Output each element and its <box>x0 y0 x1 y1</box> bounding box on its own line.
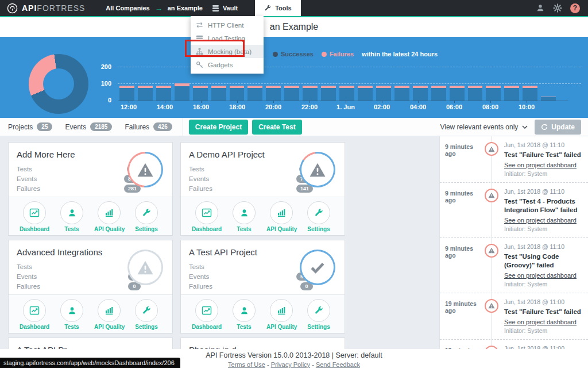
tests-icon <box>60 299 83 322</box>
privacy-policy-link[interactable]: Privacy Policy <box>271 361 310 368</box>
settings-button[interactable]: Settings <box>304 299 334 333</box>
bar <box>321 86 336 101</box>
menu-item-mocking-beta[interactable]: Mocking (beta) <box>191 45 264 58</box>
settings-icon <box>307 299 330 322</box>
api-quality-button[interactable]: API Quality <box>266 299 296 333</box>
see-on-dashboard-link[interactable]: See on project dashboard <box>504 162 577 168</box>
menu-item-load-testing[interactable]: Load Testing <box>191 32 264 45</box>
bar <box>284 86 299 101</box>
subheader: an Example <box>0 17 588 37</box>
dashboard-button[interactable]: Dashboard <box>192 299 222 333</box>
brand-logo[interactable]: APIFORTRESS <box>0 0 92 16</box>
breadcrumb-arrow-icon: → <box>155 5 163 12</box>
bar <box>413 86 428 101</box>
events-filter-dropdown[interactable]: View relevant events only <box>440 123 528 131</box>
project-card: A Demo API Project Tests12 Events745 Fai… <box>180 142 345 236</box>
update-button[interactable]: Update <box>535 120 581 135</box>
tests-button[interactable]: Tests <box>57 201 87 235</box>
dashboard-button[interactable]: Dashboard <box>20 299 49 333</box>
bar <box>138 86 153 101</box>
tests-button[interactable]: Tests <box>57 299 87 333</box>
api-quality-icon <box>270 299 293 322</box>
bar <box>523 86 537 101</box>
bar <box>358 86 373 101</box>
bar <box>431 86 446 101</box>
menu-item-gadgets[interactable]: Gadgets <box>191 58 264 71</box>
breadcrumb: All Companies → an Example <box>106 0 203 16</box>
settings-button[interactable]: Settings <box>131 299 161 333</box>
gridline-200 <box>118 67 581 67</box>
refresh-icon <box>541 124 548 131</box>
bar <box>339 86 354 101</box>
settings-icon <box>135 201 158 224</box>
api-quality-button[interactable]: API Quality <box>266 201 296 235</box>
bar <box>303 86 318 101</box>
see-on-dashboard-link[interactable]: See on project dashboard <box>504 272 577 279</box>
breadcrumb-project[interactable]: an Example <box>168 5 203 12</box>
api-quality-button[interactable]: API Quality <box>94 201 124 235</box>
bar <box>247 86 262 101</box>
y-axis-tick: 0 <box>91 97 111 103</box>
bar <box>211 86 226 101</box>
event-warning-icon <box>485 299 498 313</box>
apifortress-logo-icon <box>7 3 18 14</box>
dashboard-icon <box>23 201 46 224</box>
project-status-neutral-icon <box>127 250 163 285</box>
bar <box>450 86 465 101</box>
user-icon[interactable] <box>536 3 545 13</box>
event-item: 9 minutes ago Jun, 1st 2018 @ 11:10 Test… <box>440 238 588 293</box>
tools-dropdown-menu: HTTP Client Load Testing Mocking (beta) … <box>191 16 264 74</box>
summary-stats: Projects25 Events2185 Failures426 <box>0 122 183 131</box>
api-quality-icon <box>98 299 121 322</box>
nav-item-vault[interactable]: Vault <box>205 0 245 16</box>
send-feedback-link[interactable]: Send Feedback <box>316 361 360 368</box>
dashboard-icon <box>195 201 218 224</box>
donut-hole <box>43 68 74 99</box>
project-card: Advanced Integrations Tests3 Events0 Fai… <box>8 240 173 334</box>
y-axis-tick: 100 <box>91 80 111 87</box>
toolbar: Projects25 Events2185 Failures426 Create… <box>0 118 588 136</box>
create-project-button[interactable]: Create Project <box>189 120 248 135</box>
tests-icon <box>60 201 83 224</box>
project-status-warning-icon <box>127 152 163 187</box>
tests-icon <box>233 299 256 322</box>
project-card-partial: A Test API Pr… <box>8 338 173 349</box>
accent-divider <box>0 16 588 17</box>
gear-icon[interactable] <box>553 3 562 13</box>
bar <box>486 86 501 101</box>
tests-button[interactable]: Tests <box>229 299 259 333</box>
project-actions: DashboardTestsAPI QualitySettings <box>9 197 172 235</box>
bar <box>266 86 281 101</box>
bar <box>193 86 208 101</box>
vault-icon <box>212 5 219 12</box>
event-warning-icon <box>485 244 498 258</box>
see-on-dashboard-link[interactable]: See on project dashboard <box>504 319 577 325</box>
bar <box>156 86 171 101</box>
tests-button[interactable]: Tests <box>229 201 259 235</box>
menu-item-http-client[interactable]: HTTP Client <box>191 18 264 32</box>
api-quality-button[interactable]: API Quality <box>94 299 124 333</box>
y-axis-tick: 200 <box>91 63 111 70</box>
help-icon[interactable]: ? <box>570 3 580 13</box>
project-card-partial: Phasing in d… <box>180 338 345 349</box>
breadcrumb-company[interactable]: All Companies <box>106 5 149 12</box>
donut-chart <box>29 54 88 114</box>
bar <box>175 83 189 101</box>
dashboard-icon <box>23 299 46 322</box>
api-quality-icon <box>98 201 121 224</box>
bar <box>119 86 134 101</box>
dashboard-button[interactable]: Dashboard <box>20 201 49 235</box>
wrench-icon <box>264 5 272 12</box>
toolbar-divider <box>183 118 183 136</box>
settings-button[interactable]: Settings <box>131 201 161 235</box>
see-on-dashboard-link[interactable]: See on project dashboard <box>504 217 577 224</box>
terms-of-use-link[interactable]: Terms of Use <box>228 361 265 368</box>
projects-grid: Add More Here Tests10 Events844 Failures… <box>0 136 439 349</box>
events-sidebar: 9 minutes ago Jun, 1st 2018 @ 11:10 Test… <box>439 136 588 349</box>
project-status-warning-icon <box>300 152 335 187</box>
settings-button[interactable]: Settings <box>304 201 334 235</box>
create-test-button[interactable]: Create Test <box>252 120 301 135</box>
dashboard-button[interactable]: Dashboard <box>192 201 222 235</box>
nav-item-tools[interactable]: Tools <box>255 0 301 16</box>
event-item: 9 minutes ago Jun, 1st 2018 @ 11:10 Test… <box>440 136 588 183</box>
